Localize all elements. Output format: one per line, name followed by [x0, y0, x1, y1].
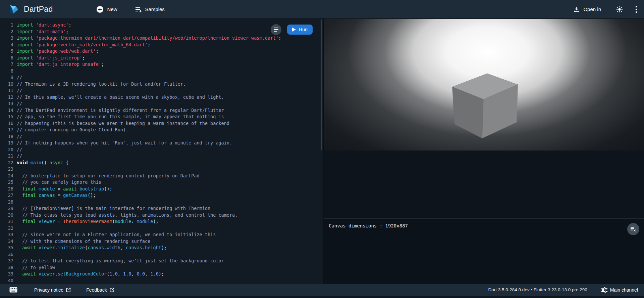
open-in-button[interactable]: Open in: [573, 6, 601, 13]
kebab-menu-icon: [635, 6, 637, 13]
code-line[interactable]: 40: [0, 278, 323, 284]
download-icon: [573, 6, 580, 13]
line-number: 2: [0, 29, 13, 35]
code-line[interactable]: 21//: [0, 153, 323, 160]
brightness-sun-icon: [616, 6, 623, 13]
code-line[interactable]: 23: [0, 166, 323, 173]
code-line[interactable]: 4import 'package:vector_math/vector_math…: [0, 42, 323, 48]
samples-button-label: Samples: [145, 6, 165, 12]
line-number: 12: [0, 94, 13, 101]
code-line[interactable]: 34 // with the dimensions of the renderi…: [0, 238, 323, 245]
new-button-label: New: [107, 6, 117, 12]
code-line[interactable]: 17// compiler running on Google Cloud Ru…: [0, 127, 323, 133]
code-line[interactable]: 15// app, so the first time you run this…: [0, 114, 323, 120]
clear-console-icon: [630, 226, 636, 232]
line-number: 3: [0, 35, 13, 42]
code-line[interactable]: 33 // since we're not in a Flutter appli…: [0, 231, 323, 238]
main-split: 1import 'dart:async';2import 'dart:math'…: [0, 19, 644, 284]
line-number: 37: [0, 258, 13, 264]
line-number: 34: [0, 238, 13, 245]
line-number: 19: [0, 140, 13, 146]
code-line[interactable]: 8: [0, 68, 323, 75]
plus-circle-icon: [96, 6, 104, 13]
code-line[interactable]: 38 // to yellow: [0, 264, 323, 271]
code-line[interactable]: 11//: [0, 87, 323, 94]
render-canvas[interactable]: [324, 19, 644, 151]
app-title: DartPad: [24, 5, 53, 14]
line-number: 20: [0, 146, 13, 153]
status-bar: Privacy notice Feedback Dart 3.5.0-284.0…: [0, 284, 644, 298]
code-line[interactable]: 7import 'dart:js_interop_unsafe';: [0, 61, 323, 68]
sdk-version-text: Dart 3.5.0-284.0.dev • Flutter 3.23.0-13…: [488, 287, 587, 292]
line-number: 9: [0, 74, 13, 81]
feedback-label: Feedback: [86, 287, 107, 293]
samples-button[interactable]: Samples: [135, 6, 165, 12]
privacy-notice-label: Privacy notice: [34, 287, 63, 293]
code-line[interactable]: 36: [0, 251, 323, 258]
line-number: 16: [0, 120, 13, 127]
code-lines: 1import 'dart:async';2import 'dart:math'…: [0, 19, 323, 284]
code-line[interactable]: 30 // This class lets you load assets, l…: [0, 212, 323, 219]
line-number: 21: [0, 153, 13, 160]
console-panel[interactable]: Canvas dimensions : 644x298: [324, 218, 644, 284]
code-line[interactable]: 24 // boilerplate to setup our rendering…: [0, 173, 323, 179]
line-number: 17: [0, 127, 13, 133]
line-number: 8: [0, 68, 13, 75]
privacy-notice-link[interactable]: Privacy notice: [34, 287, 71, 293]
tune-sliders-icon: [601, 287, 607, 293]
code-line[interactable]: 31 final viewer = ThermionViewerWasm(mod…: [0, 218, 323, 225]
line-number: 39: [0, 271, 13, 278]
code-line[interactable]: 18//: [0, 133, 323, 140]
external-link-icon: [110, 288, 114, 292]
line-number: 28: [0, 199, 13, 206]
code-line[interactable]: 28: [0, 199, 323, 206]
line-number: 24: [0, 173, 13, 179]
code-editor-pane[interactable]: 1import 'dart:async';2import 'dart:math'…: [0, 19, 323, 284]
line-number: 1: [0, 22, 13, 29]
code-line[interactable]: 37 // to test that everything is working…: [0, 258, 323, 264]
code-line[interactable]: 39 await viewer.setBackgroundColor(1.0, …: [0, 271, 323, 278]
code-line[interactable]: 26 final module = await bootstrap();: [0, 186, 323, 193]
run-button[interactable]: Run: [287, 25, 313, 35]
line-number: 15: [0, 114, 13, 120]
line-number: 26: [0, 186, 13, 193]
code-line[interactable]: 27 final canvas = getCanvas();: [0, 192, 323, 199]
play-icon: [292, 28, 296, 32]
channel-selector[interactable]: Main channel: [601, 287, 638, 293]
line-number: 35: [0, 245, 13, 251]
output-pane: Canvas dimensions : 644x298: [324, 19, 644, 284]
code-line[interactable]: 32: [0, 225, 323, 232]
line-number: 14: [0, 107, 13, 114]
line-number: 6: [0, 55, 13, 61]
code-line[interactable]: 14// The DartPad environment is slightly…: [0, 107, 323, 114]
code-line[interactable]: 16// happening (this is because we aren'…: [0, 120, 323, 127]
clear-console-button[interactable]: [627, 223, 639, 235]
code-line[interactable]: 19// If nothing happens when you hit "Ru…: [0, 140, 323, 146]
editor-scrollbar[interactable]: [321, 19, 322, 150]
new-button[interactable]: New: [96, 6, 117, 13]
code-line[interactable]: 3import 'package:thermion_dart/thermion_…: [0, 35, 323, 42]
code-line[interactable]: 9//: [0, 74, 323, 81]
playlist-add-icon: [135, 6, 142, 12]
overflow-menu-button[interactable]: [635, 6, 637, 13]
line-number: 33: [0, 231, 13, 238]
code-line[interactable]: 12// In this sample, we'll create a basi…: [0, 94, 323, 101]
code-line[interactable]: 22void main() async {: [0, 160, 323, 166]
line-number: 36: [0, 251, 13, 258]
code-line[interactable]: 29 // [ThermionViewer] is the main inter…: [0, 205, 323, 212]
format-code-button[interactable]: [271, 24, 281, 35]
line-number: 23: [0, 166, 13, 173]
format-lines-icon: [273, 27, 279, 32]
code-line[interactable]: 10// Thermion is a 3D rendering toolkit …: [0, 81, 323, 88]
code-line[interactable]: 13//: [0, 100, 323, 107]
line-number: 29: [0, 205, 13, 212]
code-line[interactable]: 5import 'package:web/web.dart';: [0, 48, 323, 55]
feedback-link[interactable]: Feedback: [86, 287, 114, 293]
code-line[interactable]: 25 // you can safely ignore this: [0, 179, 323, 186]
theme-toggle-button[interactable]: [616, 6, 623, 13]
line-number: 30: [0, 212, 13, 219]
code-line[interactable]: 6import 'dart:js_interop';: [0, 55, 323, 61]
code-line[interactable]: 35 await viewer.initialize(canvas.width,…: [0, 245, 323, 251]
keyboard-shortcuts-button[interactable]: [9, 287, 17, 293]
code-line[interactable]: 20//: [0, 146, 323, 153]
